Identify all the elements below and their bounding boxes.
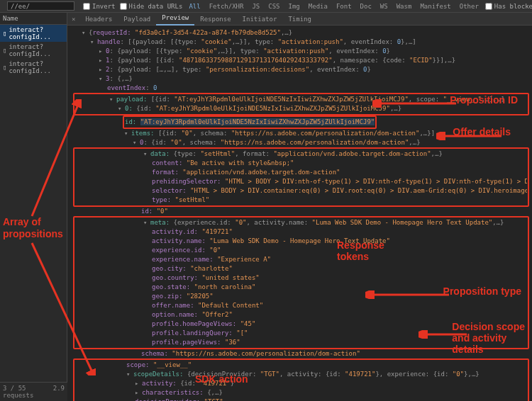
response-panel: × Headers Payload Preview Response Initi…	[67, 13, 532, 401]
document-icon: ▯	[3, 47, 6, 54]
expand-icon[interactable]: ▾	[133, 138, 138, 147]
tab-img[interactable]: Img	[287, 3, 302, 10]
highlight-payload-array: ▾payload: [{id: "AT:eyJhY3Rpdml0eUlkIjoi…	[73, 93, 529, 115]
expand-icon[interactable]: ▾	[109, 95, 115, 104]
expand-icon[interactable]: ▸	[99, 65, 104, 74]
document-icon: ▯	[3, 30, 6, 37]
request-row[interactable]: ▯interact?configId...	[0, 25, 67, 42]
expand-icon[interactable]: ▸	[99, 56, 104, 65]
expand-icon[interactable]: ▾	[82, 28, 87, 38]
tab-other[interactable]: Other	[458, 3, 481, 10]
tab-doc[interactable]: Doc	[358, 3, 374, 10]
invert-checkbox[interactable]: Invert	[83, 3, 116, 10]
tab-js[interactable]: JS	[250, 3, 262, 10]
expand-icon[interactable]: ▸	[135, 388, 140, 397]
tab-font[interactable]: Font	[334, 3, 354, 10]
tab-ws[interactable]: WS	[378, 3, 390, 10]
expand-icon[interactable]: ▾	[99, 74, 104, 84]
expand-icon[interactable]: ▾	[143, 218, 149, 227]
request-row[interactable]: ▯interact?configId...	[0, 42, 67, 59]
highlight-offer-details: ▾data: {type: "setHtml", format: "applic…	[73, 147, 529, 207]
tab-initiator[interactable]: Initiator	[237, 16, 283, 23]
panel-tabs: × Headers Payload Preview Response Initi…	[67, 13, 532, 26]
request-count: 3 / 55 requests	[3, 385, 53, 399]
expand-icon[interactable]: ▾	[90, 38, 96, 47]
request-row[interactable]: ▯interact?configId...	[0, 59, 67, 76]
expand-icon[interactable]: ▾	[126, 370, 132, 379]
has-blocked-cookies-checkbox[interactable]: Has blocked cookies	[485, 3, 532, 10]
tab-media[interactable]: Media	[306, 3, 330, 10]
expand-icon[interactable]: ▸	[135, 379, 140, 388]
document-icon: ▯	[3, 64, 6, 71]
expand-icon[interactable]: ▾	[143, 149, 149, 159]
highlight-proposition-id: id: "AT:eyJhY3Rpdml0eUlkIjoiNDE5NzIxIiwi…	[123, 115, 377, 129]
expand-icon[interactable]: ▸	[99, 47, 104, 56]
name-column-header[interactable]: Name	[0, 13, 67, 25]
status-bar: 3 / 55 requests 2.9	[0, 382, 67, 401]
highlight-scope-details: scope: "__view__" ▾scopeDetails: {decisi…	[73, 358, 529, 401]
tab-css[interactable]: CSS	[266, 3, 282, 10]
expand-icon[interactable]: ▾	[124, 129, 130, 138]
request-list: Name ▯interact?configId... ▯interact?con…	[0, 13, 67, 401]
filter-input[interactable]	[7, 1, 74, 11]
json-tree[interactable]: ▾{requestId: "fd3a0c1f-3d54-422a-a874-fb…	[67, 26, 532, 401]
expand-icon[interactable]: ▾	[118, 104, 123, 113]
hide-data-urls-checkbox[interactable]: Hide data URLs	[120, 3, 183, 10]
tab-wasm[interactable]: Wasm	[394, 3, 414, 10]
network-filter-bar: Invert Hide data URLs All Fetch/XHR JS C…	[0, 0, 532, 13]
tab-manifest[interactable]: Manifest	[418, 3, 453, 10]
tab-timing[interactable]: Timing	[282, 16, 317, 23]
highlight-response-tokens: ▾meta: {experience.id: "0", activity.nam…	[73, 216, 529, 349]
tab-all[interactable]: All	[187, 3, 202, 10]
tab-fetchxhr[interactable]: Fetch/XHR	[207, 3, 246, 10]
tab-response[interactable]: Response	[194, 16, 236, 23]
tab-payload[interactable]: Payload	[118, 16, 156, 23]
tab-headers[interactable]: Headers	[79, 16, 118, 23]
tab-preview[interactable]: Preview	[156, 13, 194, 26]
close-icon[interactable]: ×	[67, 16, 79, 23]
transfer-size: 2.9	[53, 385, 65, 399]
